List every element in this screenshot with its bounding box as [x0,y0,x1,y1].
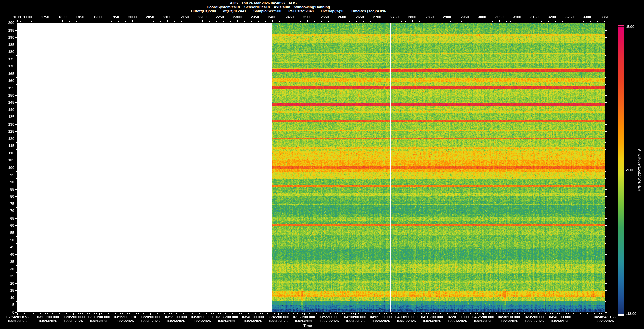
colorbar-tick-label: -5.00 [626,25,634,29]
frequency-tick-label: 140 [0,108,14,112]
frequency-tick-label: 80 [0,195,14,198]
record-tick-label: 2700 [373,15,381,19]
frequency-tick-label: 135 [0,115,14,119]
record-tick-label: 2850 [426,15,434,19]
frequency-tick-label: 200 [0,21,14,25]
frequency-tick-label: 145 [0,101,14,104]
time-axis-title: Time [303,324,312,328]
record-tick-label: 3000 [478,15,486,19]
frequency-tick-label: 20 [0,282,14,285]
record-tick-label: 2400 [268,15,276,19]
record-tick-label: 3100 [513,15,521,19]
spectrogram-canvas[interactable] [0,0,644,329]
frequency-tick-label: 150 [0,94,14,97]
frequency-tick-label: 100 [0,166,14,170]
colorbar-tick-label: -13.00 [626,312,636,316]
record-tick-label: 2350 [251,15,259,19]
frequency-tick-label: 70 [0,209,14,213]
record-tick-label: 2150 [181,15,189,19]
record-tick-label: 2500 [303,15,311,19]
frequency-tick-label: 10 [0,296,14,300]
record-tick-label: 2100 [163,15,171,19]
frequency-tick-label: 50 [0,238,14,242]
frequency-tick-label: 0 [0,311,14,314]
record-tick-label: 2750 [390,15,398,19]
frequency-tick-label: 5 [0,303,14,307]
record-tick-label: 2650 [356,15,364,19]
frequency-tick-label: 30 [0,267,14,271]
record-tick-label: 3200 [548,15,556,19]
colorbar-axis-label: Amplitude(Log10(g^2/Hz)) [638,149,641,191]
record-tick-label: 3050 [495,15,503,19]
colorbar-gradient [618,27,624,314]
frequency-tick-label: 195 [0,29,14,32]
frequency-tick-label: 185 [0,43,14,47]
record-tick-label: 2600 [338,15,346,19]
frequency-tick-label: 120 [0,137,14,141]
record-tick-label: 2550 [321,15,329,19]
frequency-tick-label: 175 [0,57,14,61]
record-tick-label: 1750 [41,15,49,19]
frequency-tick-label: 75 [0,202,14,206]
frequency-tick-label: 60 [0,224,14,227]
record-tick-label: 2450 [286,15,294,19]
frequency-tick-label: 95 [0,173,14,177]
record-tick-label: 1950 [111,15,119,19]
frequency-tick-label: 65 [0,217,14,220]
record-tick-label: 2800 [408,15,416,19]
record-tick-label: 3150 [530,15,538,19]
frequency-tick-label: 25 [0,274,14,278]
frequency-tick-label: 35 [0,260,14,264]
frequency-tick-label: 165 [0,72,14,76]
frequency-tick-label: 55 [0,231,14,235]
record-tick-label: 1900 [93,15,101,19]
frequency-tick-label: 90 [0,180,14,184]
record-tick-label: 2250 [216,15,224,19]
frequency-tick-label: 15 [0,289,14,292]
frequency-tick-label: 130 [0,123,14,126]
record-tick-label: 2300 [233,15,241,19]
frequency-tick-label: 85 [0,188,14,191]
record-tick-label: 2000 [128,15,137,19]
record-tick-label: 2950 [461,15,469,19]
record-tick-label: 3250 [565,15,573,19]
record-tick-label: 2200 [198,15,206,19]
colorbar [618,25,624,316]
time-tick-label: 04:40:00.00003/26/2026 [540,315,580,323]
record-tick-label: 3351 [601,15,609,19]
record-tick-label: 3300 [583,15,591,19]
frequency-tick-label: 45 [0,245,14,249]
aos-app-window: AOS Thu 26 Mar 2026 04:48:27 AOS CoordSy… [0,0,644,329]
time-tick-label: 04:48:43.15303/26/2026 [585,315,625,323]
frequency-tick-label: 190 [0,36,14,39]
record-tick-label: 2900 [443,15,451,19]
frequency-tick-label: 40 [0,253,14,256]
frequency-tick-label: 155 [0,86,14,90]
colorbar-under-range-cap [618,314,624,316]
frequency-tick-label: 125 [0,130,14,133]
frequency-tick-label: 105 [0,158,14,162]
frequency-tick-label: 180 [0,50,14,54]
frequency-tick-label: 160 [0,79,14,83]
frequency-tick-label: 170 [0,64,14,68]
frequency-tick-label: 110 [0,151,14,155]
record-tick-label: 1671 [13,15,21,19]
record-tick-label: 1850 [76,15,84,19]
colorbar-tick-label: -9.00 [626,168,634,172]
record-tick-label: 1700 [23,15,32,19]
record-tick-label: 1800 [58,15,66,19]
frequency-tick-label: 115 [0,144,14,148]
record-tick-label: 2050 [146,15,154,19]
